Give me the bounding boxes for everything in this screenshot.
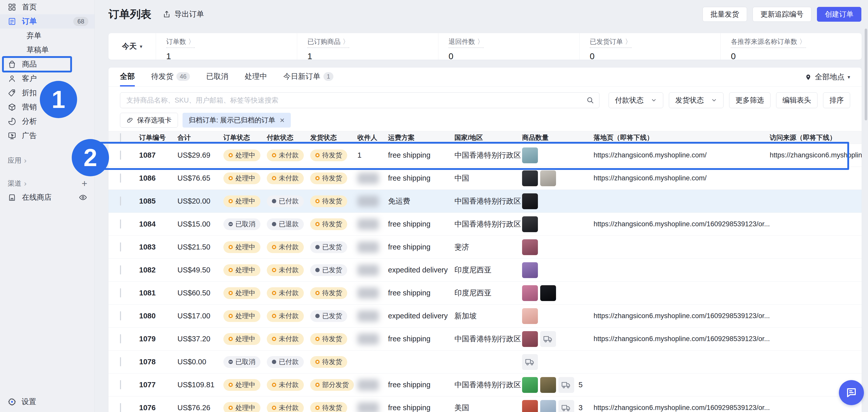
stat-label[interactable]: 已发货订单 〉 — [590, 37, 631, 48]
payment-status-cell: 未付款 — [267, 310, 310, 322]
batch-ship-button[interactable]: 批量发货 — [703, 7, 747, 22]
sidebar-item-sub-2[interactable]: 弃单 — [0, 29, 94, 43]
row-checkbox[interactable] — [120, 219, 121, 229]
select-all-checkbox[interactable] — [120, 133, 121, 142]
row-checkbox[interactable] — [120, 288, 121, 298]
stat-label[interactable]: 各推荐来源名称订单数 〉 — [731, 37, 806, 48]
column-header: 订单状态 — [223, 133, 267, 142]
sidebar-item-settings[interactable]: 设置 — [0, 394, 94, 409]
remove-filter-icon[interactable]: × — [280, 116, 285, 124]
status-dot-icon — [272, 314, 276, 318]
chat-support-button[interactable] — [839, 380, 864, 405]
payment-status-filter[interactable]: 付款状态 — [609, 92, 663, 108]
location-filter[interactable]: 全部地点 ▾ — [805, 72, 850, 82]
order-tab[interactable]: 已取消 — [206, 68, 228, 87]
product-thumbnail — [522, 239, 538, 255]
table-row[interactable]: 1086 US$76.65 处理中 未付款 待发货 free shipping … — [108, 167, 862, 190]
stat-card: 退回件数 〉 0 — [438, 33, 580, 60]
search-icon[interactable] — [586, 96, 594, 104]
product-thumbnail — [522, 193, 538, 209]
order-id-cell[interactable]: 1080 — [139, 312, 178, 320]
table-row[interactable]: 1085 US$20.00 处理中 已付款 待发货 免运费 中国香港特别行政区 — [108, 190, 862, 213]
sidebar-item-home[interactable]: 首页 — [0, 0, 94, 14]
create-order-button[interactable]: 创建订单 — [817, 7, 861, 22]
sidebar-item-sub-3[interactable]: 草稿单 — [0, 43, 94, 57]
order-id-cell[interactable]: 1081 — [139, 289, 178, 297]
shipping-plan-cell: free shipping — [388, 289, 455, 297]
stat-label[interactable]: 退回件数 〉 — [448, 37, 484, 48]
row-checkbox[interactable] — [120, 311, 121, 320]
shipping-status-cell: 已发货 — [310, 241, 358, 253]
items-cell: 5 — [522, 377, 594, 393]
status-dot-icon — [272, 406, 276, 410]
eye-icon[interactable] — [79, 193, 87, 202]
status-chip: 处理中 — [223, 241, 260, 253]
status-chip: 处理中 — [223, 196, 260, 207]
more-filters-button[interactable]: 更多筛选 — [729, 92, 771, 108]
customers-icon — [8, 74, 16, 83]
order-tabs: 全部待发货46已取消处理中今日新订单1 全部地点 ▾ — [108, 68, 862, 87]
sidebar-item-orders[interactable]: 订单 68 — [0, 14, 94, 29]
row-checkbox[interactable] — [120, 380, 121, 389]
row-checkbox[interactable] — [120, 334, 121, 343]
table-row[interactable]: 1076 US$76.26 处理中 未付款 待发货 free shipping … — [108, 397, 862, 412]
table-row[interactable]: 1082 US$49.50 处理中 未付款 已发货 expedited deli… — [108, 259, 862, 282]
save-view-button[interactable]: 保存选项卡 — [120, 113, 178, 128]
status-dot-icon — [272, 268, 276, 272]
table-row[interactable]: 1083 US$21.50 处理中 未付款 已发货 free shipping … — [108, 236, 862, 259]
order-tab[interactable]: 处理中 — [245, 68, 267, 87]
row-checkbox[interactable] — [120, 357, 121, 366]
shipping-status-filter[interactable]: 发货状态 — [669, 92, 723, 108]
period-select[interactable]: 今天 ▾ — [108, 33, 156, 60]
table-row[interactable]: 1079 US$37.20 处理中 未付款 待发货 free shipping … — [108, 328, 862, 350]
row-checkbox[interactable] — [120, 403, 121, 412]
row-checkbox[interactable] — [120, 242, 121, 251]
sort-button[interactable]: 排序 — [823, 92, 850, 108]
table-row[interactable]: 1078 US$0.00 已取消 已付款 待发货 — [108, 350, 862, 374]
order-id-cell[interactable]: 1078 — [139, 358, 178, 366]
export-orders-button[interactable]: 导出订单 — [163, 9, 204, 20]
order-id-cell[interactable]: 1086 — [139, 174, 178, 182]
row-checkbox[interactable] — [120, 265, 121, 274]
sidebar-item-customers[interactable]: 客户 — [0, 71, 94, 86]
order-tab[interactable]: 今日新订单1 — [283, 68, 333, 87]
order-id-cell[interactable]: 1077 — [139, 381, 178, 389]
order-id-cell[interactable]: 1076 — [139, 404, 178, 412]
update-tracking-button[interactable]: 更新追踪编号 — [753, 7, 811, 22]
stat-label[interactable]: 已订购商品 〉 — [307, 37, 349, 48]
header-actions: 批量发货 更新追踪编号 创建订单 — [703, 7, 861, 22]
search-filter-row: 付款状态 发货状态 更多筛选 编辑表头 排序 — [108, 92, 862, 108]
table-row[interactable]: 1084 US$15.00 已取消 已退款 待发货 free shipping … — [108, 213, 862, 236]
order-id-cell[interactable]: 1083 — [139, 243, 178, 251]
search-input[interactable] — [120, 92, 599, 108]
order-tab[interactable]: 全部 — [120, 68, 135, 87]
sidebar-section-channels[interactable]: 渠道 › + — [0, 176, 94, 190]
order-id-cell[interactable]: 1079 — [139, 335, 178, 343]
column-header: 运费方案 — [388, 133, 455, 142]
add-channel-icon[interactable]: + — [82, 179, 87, 188]
sidebar-item-analytics[interactable]: 分析 — [0, 114, 94, 129]
product-thumbnail — [522, 400, 538, 412]
status-dot-icon — [228, 337, 233, 341]
order-id-cell[interactable]: 1082 — [139, 266, 178, 274]
window-scrollbar[interactable] — [865, 29, 867, 121]
status-dot-icon — [315, 314, 320, 318]
edit-columns-button[interactable]: 编辑表头 — [776, 92, 817, 108]
export-icon — [163, 10, 171, 19]
row-checkbox[interactable] — [120, 173, 121, 183]
tab-count-badge: 46 — [177, 72, 190, 81]
recipient-cell — [358, 242, 388, 253]
sidebar-item-ads[interactable]: 广告 — [0, 129, 94, 143]
row-checkbox[interactable] — [120, 197, 121, 206]
table-row[interactable]: 1080 US$17.00 处理中 未付款 已发货 expedited deli… — [108, 305, 862, 328]
table-row[interactable]: 1077 US$109.81 处理中 未付款 部分发货 free shippin… — [108, 374, 862, 397]
table-row[interactable]: 1081 US$60.50 处理中 未付款 待发货 free shipping … — [108, 282, 862, 305]
order-id-cell[interactable]: 1084 — [139, 220, 178, 228]
order-tab[interactable]: 待发货46 — [151, 68, 190, 87]
sidebar-item-online-store[interactable]: 在线商店 — [0, 190, 94, 205]
recipient-blurred — [358, 310, 379, 322]
status-chip: 待发货 — [310, 172, 347, 184]
order-id-cell[interactable]: 1085 — [139, 197, 178, 205]
order-status-cell: 已取消 — [223, 356, 267, 368]
stat-label[interactable]: 订单数 〉 — [166, 37, 195, 48]
